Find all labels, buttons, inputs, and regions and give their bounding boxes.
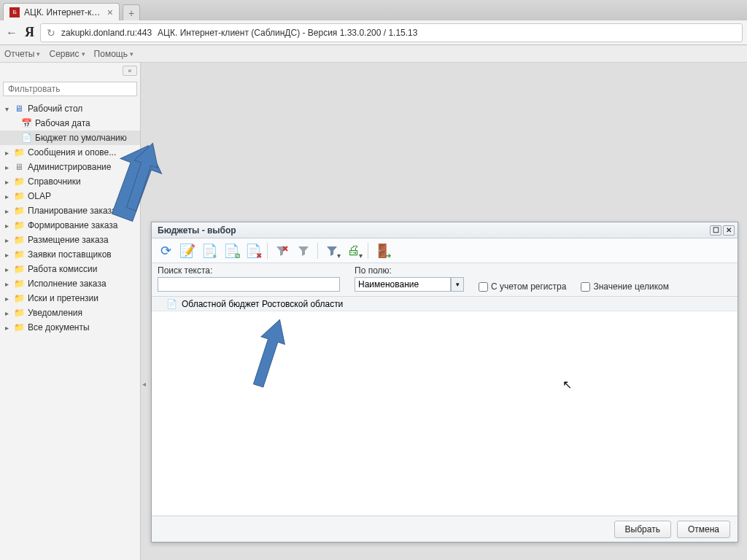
search-field-label: По полю: [355,265,464,276]
checkbox-input[interactable] [479,282,488,292]
exit-button[interactable]: 🚪➔ [373,241,392,260]
tree-item-refs[interactable]: ▸📁Справочники [0,174,140,189]
delete-button[interactable]: 📄✖ [244,241,263,260]
expander-icon[interactable]: ▸ [3,149,10,157]
cancel-button[interactable]: Отмена [677,521,730,538]
tree-label: Справочники [28,176,81,187]
caret-down-icon: ▾ [337,252,341,260]
search-field-combo: По полю: ▾ [355,265,464,292]
dialog-toolbar: ⟳ 📝 📄＋ 📄⧉ 📄✖ ▾ 🖨▾ 🚪➔ [152,238,738,263]
dialog-title: Бюджеты - выбор [158,225,236,236]
clear-filter-button[interactable] [272,241,291,260]
tree-item-work-date[interactable]: 📅Рабочая дата [0,116,140,131]
desktop-icon: 🖥 [13,103,25,114]
folder-icon: 📁 [13,205,25,217]
tree-label: Рабочая дата [35,118,90,128]
expander-icon[interactable]: ▸ [3,236,10,244]
filter-input[interactable] [3,82,137,96]
checkbox-label: Значение целиком [593,281,669,292]
combo-dropdown-button[interactable]: ▾ [451,277,464,292]
tree-label: Уведомления [28,308,82,318]
new-button[interactable]: 📄＋ [200,241,219,260]
content-area: ◂ Бюджеты - выбор ☐ ✕ ⟳ 📝 📄＋ 📄⧉ 📄✖ [141,63,747,560]
checkbox-case-sensitive[interactable]: С учетом регистра [479,281,566,292]
expander-icon[interactable]: ▸ [3,265,10,273]
tree-label: Администрирование [28,162,111,172]
tree-item-notifications[interactable]: ▸📁Уведомления [0,306,140,320]
expander-icon[interactable]: ▾ [3,105,10,113]
tree-item-default-budget[interactable]: 📄Бюджет по умолчанию [0,131,140,145]
tree-item-desktop[interactable]: ▾🖥Рабочий стол [0,101,140,116]
favicon: Б [9,7,20,18]
dialog-header[interactable]: Бюджеты - выбор ☐ ✕ [152,222,738,238]
menu-reports[interactable]: Отчеты▾ [4,49,40,59]
new-tab-button[interactable]: + [123,4,140,20]
tree-item-placing[interactable]: ▸📁Размещение заказа [0,233,140,247]
expander-icon[interactable]: ▸ [3,324,10,332]
refresh-button[interactable]: ⟳ [156,241,175,260]
budgets-dialog: Бюджеты - выбор ☐ ✕ ⟳ 📝 📄＋ 📄⧉ 📄✖ ▾ 🖨▾ [151,222,738,542]
search-text-input[interactable] [158,277,340,292]
edit-button[interactable]: 📝 [178,241,197,260]
expander-icon[interactable]: ▸ [3,251,10,259]
menu-service[interactable]: Сервис▾ [49,49,85,59]
tree-item-suppliers[interactable]: ▸📁Заявки поставщиков [0,247,140,262]
search-field-input[interactable] [355,277,451,292]
folder-icon: 📁 [13,219,25,231]
expander-icon[interactable]: ▸ [3,192,10,201]
expander-icon[interactable]: ▸ [3,222,10,230]
expander-icon[interactable]: ▸ [3,295,10,303]
expander-icon[interactable]: ▸ [3,207,10,215]
url-host: zakupki.donland.ru:443 [61,28,152,38]
expander-icon[interactable]: ▸ [3,178,10,186]
tree-label: Все документы [28,322,90,332]
maximize-button[interactable]: ☐ [710,225,721,236]
tree-item-claims[interactable]: ▸📁Иски и претензии [0,291,140,306]
splitter-handle[interactable]: ◂ [141,369,147,398]
folder-icon: 📁 [13,176,25,187]
tree-item-alldocs[interactable]: ▸📁Все документы [0,320,140,335]
print-button[interactable]: 🖨▾ [344,241,363,260]
expander-icon[interactable]: ▸ [3,309,10,317]
select-button[interactable]: Выбрать [614,521,671,538]
folder-icon: 📁 [13,147,25,158]
main-area: « ▾🖥Рабочий стол 📅Рабочая дата 📄Бюджет п… [0,63,747,560]
expander-icon[interactable]: ▸ [3,163,10,171]
tree-label: Иски и претензии [28,293,98,303]
tree-item-execution[interactable]: ▸📁Исполнение заказа [0,276,140,291]
copy-button[interactable]: 📄⧉ [222,241,241,260]
reload-icon[interactable]: ↻ [47,27,55,39]
folder-icon: 📁 [13,322,25,333]
list-item[interactable]: 📄 Областной бюджет Ростовской области [152,297,738,311]
tree-item-olap[interactable]: ▸📁OLAP [0,189,140,203]
folder-icon: 📁 [13,263,25,275]
close-icon[interactable]: × [107,7,113,18]
tree-item-admin[interactable]: ▸🖥Администрирование [0,160,140,174]
tree-label: Исполнение заказа [28,279,107,289]
tree-item-messages[interactable]: ▸📁Сообщения и опове... [0,145,140,160]
browser-tab[interactable]: Б АЦК. Интернет-клиен × [3,3,120,20]
document-icon: 📄 [166,299,177,309]
tree-label: Формирование заказа [28,220,117,230]
tree-item-forming[interactable]: ▸📁Формирование заказа [0,218,140,233]
calendar-icon: 📅 [20,117,32,129]
menu-help[interactable]: Помощь▾ [94,49,133,59]
collapse-sidebar-button[interactable]: « [123,66,137,76]
checkbox-whole-value[interactable]: Значение целиком [581,281,669,292]
filter-button[interactable] [294,241,313,260]
menu-label: Отчеты [4,49,34,59]
dialog-list: 📄 Областной бюджет Ростовской области [152,297,738,516]
tree-item-commission[interactable]: ▸📁Работа комиссии [0,262,140,276]
dialog-search-row: Поиск текста: По полю: ▾ С учетом регист… [152,263,738,297]
back-button[interactable]: ← [4,26,19,40]
close-button[interactable]: ✕ [723,225,735,236]
expander-icon[interactable]: ▸ [3,280,10,288]
tree-label: Заявки поставщиков [28,249,112,260]
menu-label: Помощь [94,49,128,59]
caret-down-icon: ▾ [130,50,133,58]
url-field[interactable]: ↻ zakupki.donland.ru:443 АЦК. Интернет-к… [40,23,743,42]
checkbox-input[interactable] [581,282,590,292]
tree-item-planning[interactable]: ▸📁Планирование заказа [0,203,140,218]
filter-settings-button[interactable]: ▾ [322,241,341,260]
caret-down-icon: ▾ [359,252,363,260]
